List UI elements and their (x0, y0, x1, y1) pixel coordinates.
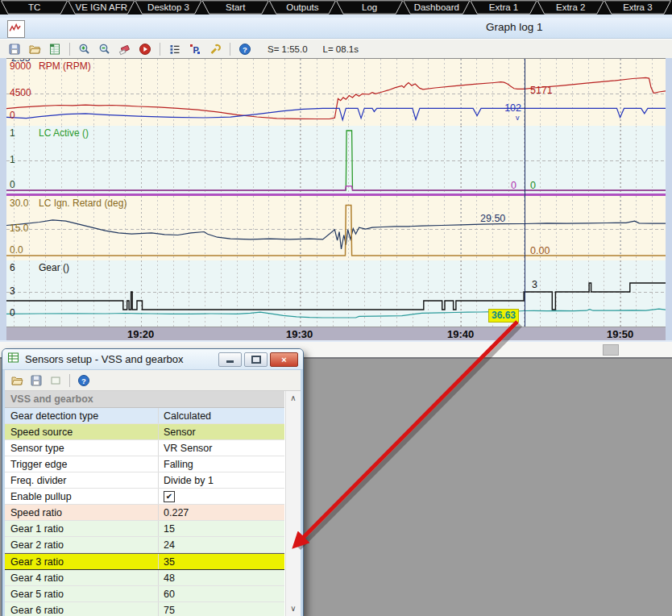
dialog-titlebar[interactable]: Sensors setup - VSS and gearbox × (2, 349, 303, 370)
setting-row-trigger-edge[interactable]: Trigger edgeFalling (5, 456, 284, 472)
setting-row-gear-detection-type[interactable]: Gear detection typeCalculated (5, 408, 284, 424)
graph-panel-lc-ign-retard-deg[interactable]: 30.0LC Ign. Retard (deg)15.00.0 (6, 196, 666, 261)
setting-label: Gear detection type (5, 408, 159, 423)
cursor-value-label: 0.00 (530, 245, 550, 256)
record-button[interactable] (138, 42, 152, 56)
svg-text:P: P (193, 44, 199, 54)
graph-window-titlebar: Graph log 1 (0, 18, 672, 39)
save-button[interactable] (7, 42, 22, 56)
series-lc-aux (6, 186, 666, 190)
setting-row-gear-3-ratio[interactable]: Gear 3 ratio35 (5, 553, 284, 570)
scroll-up-icon[interactable]: ∧ (286, 393, 301, 402)
tab-label[interactable]: Extra 1 (489, 2, 518, 12)
setting-value: ✔ (159, 489, 284, 504)
setting-row-speed-ratio[interactable]: Speed ratio0.227 (5, 505, 284, 521)
tab-label[interactable]: Extra 3 (623, 2, 652, 12)
setting-value[interactable]: 24 (159, 537, 284, 552)
graph-toolbar: P ? S= 1:55.0 L= 08.1s (0, 39, 672, 59)
tab-label[interactable]: Outputs (286, 2, 319, 12)
setting-row-freq-divider[interactable]: Freq. dividerDivide by 1 (5, 472, 284, 489)
cursor-value-label: 5171 (530, 85, 553, 96)
plot-area[interactable]: 19:2019:3019:4019:50 9000RPM (RPM)450002… (6, 58, 666, 341)
setting-value[interactable]: 60 (159, 586, 284, 601)
setting-row-gear-6-ratio[interactable]: Gear 6 ratio75 (5, 602, 284, 616)
toolbar-separator (69, 374, 70, 387)
dialog-open-button[interactable] (10, 373, 24, 388)
setting-value[interactable]: VR Sensor (159, 440, 284, 456)
tab-label[interactable]: Dashboard (414, 2, 459, 12)
setting-label: Gear 3 ratio (5, 554, 159, 569)
setting-value[interactable]: 75 (159, 602, 284, 616)
tools-button[interactable] (208, 42, 222, 56)
dialog-save-button[interactable] (29, 373, 44, 388)
toolbar-separator (230, 43, 230, 56)
setting-row-gear-2-ratio[interactable]: Gear 2 ratio24 (5, 537, 284, 553)
tab-label[interactable]: Start (226, 2, 246, 12)
svg-text:?: ? (243, 44, 247, 53)
tab-label[interactable]: VE IGN AFR (76, 2, 128, 12)
set-points-button[interactable]: P (188, 42, 202, 56)
horizontal-scrollbar-thumb[interactable] (603, 344, 619, 356)
dialog-body: ? VSS and gearbox Gear detection typeCal… (5, 370, 301, 616)
channel-list-button[interactable] (168, 42, 182, 56)
setting-row-gear-1-ratio[interactable]: Gear 1 ratio15 (5, 521, 284, 537)
toolbar-separator (160, 43, 160, 56)
tab-label[interactable]: Desktop 3 (147, 2, 189, 12)
setting-value[interactable]: Calculated (159, 408, 284, 423)
series-ign-aux (6, 220, 666, 249)
channel-name-label: Gear () (39, 262, 69, 273)
enable-pullup-checkbox[interactable]: ✔ (164, 491, 175, 502)
channel-name-label: LC Active () (39, 127, 89, 139)
cursor-value-highlight: 36.63 (488, 309, 519, 323)
setting-label: Gear 1 ratio (5, 521, 159, 536)
setting-row-enable-pullup[interactable]: Enable pullup✔ (5, 489, 284, 505)
graph-panel-gear[interactable]: 6Gear ()30 (6, 260, 666, 327)
cursor-value-label: v (516, 112, 520, 123)
graph-panel-lc-active[interactable]: 1LC Active ()10 (6, 126, 666, 194)
setting-value[interactable]: 35 (159, 554, 284, 569)
minimize-button[interactable] (218, 352, 242, 367)
setting-value[interactable]: Sensor (159, 424, 284, 439)
zoom-in-button[interactable] (77, 42, 92, 56)
cursor-value-label: 0 (511, 180, 516, 191)
graph-cursor-line[interactable] (525, 59, 525, 327)
tab-label[interactable]: TC (28, 2, 40, 12)
export-excel-button[interactable] (48, 42, 62, 56)
setting-row-gear-4-ratio[interactable]: Gear 4 ratio48 (5, 570, 284, 586)
time-tick-label: 19:50 (607, 328, 633, 340)
setting-label: Gear 2 ratio (5, 537, 159, 552)
close-button[interactable]: × (270, 352, 298, 367)
scroll-down-icon[interactable]: ∨ (286, 604, 301, 613)
open-button[interactable] (27, 42, 42, 56)
dialog-help-button[interactable]: ? (77, 373, 91, 388)
vertical-scrollbar[interactable]: ∧ ∨ (285, 391, 301, 616)
graph-log-window: Graph log 1 P (0, 15, 672, 359)
tab-label[interactable]: Log (362, 2, 377, 12)
erase-button[interactable] (118, 42, 132, 56)
setting-row-speed-source[interactable]: Speed sourceSensor (5, 424, 284, 440)
setting-value[interactable]: 48 (159, 570, 284, 585)
setting-label: Gear 6 ratio (5, 602, 159, 616)
setting-row-sensor-type[interactable]: Sensor typeVR Sensor (5, 440, 284, 456)
setting-value[interactable]: 0.227 (159, 505, 284, 520)
line-chart-window-icon[interactable] (7, 20, 25, 38)
axis-max-label: 6 (10, 262, 15, 273)
setting-value[interactable]: Divide by 1 (159, 472, 284, 488)
setting-row-gear-5-ratio[interactable]: Gear 5 ratio60 (5, 586, 284, 602)
setting-value[interactable]: 15 (159, 521, 284, 536)
svg-text:?: ? (81, 376, 86, 385)
dialog-detach-button[interactable] (48, 373, 63, 388)
setting-value[interactable]: Falling (159, 456, 284, 472)
time-tick-label: 19:30 (286, 328, 313, 340)
zoom-out-button[interactable] (97, 42, 112, 56)
axis-mid-label: 3 (10, 285, 15, 297)
maximize-button[interactable] (244, 352, 268, 367)
tab-label[interactable]: Extra 2 (556, 2, 585, 12)
axis-max-label: 1 (10, 127, 15, 139)
axis-max-label: 30.0 (10, 198, 28, 209)
help-button[interactable]: ? (238, 42, 252, 56)
settings-group-header: VSS and gearbox (5, 391, 284, 408)
setting-label: Freq. divider (5, 472, 159, 488)
time-tick-label: 19:40 (447, 328, 474, 340)
graph-panel-rpm-rpm[interactable]: 9000RPM (RPM)450002:55 (6, 59, 666, 127)
